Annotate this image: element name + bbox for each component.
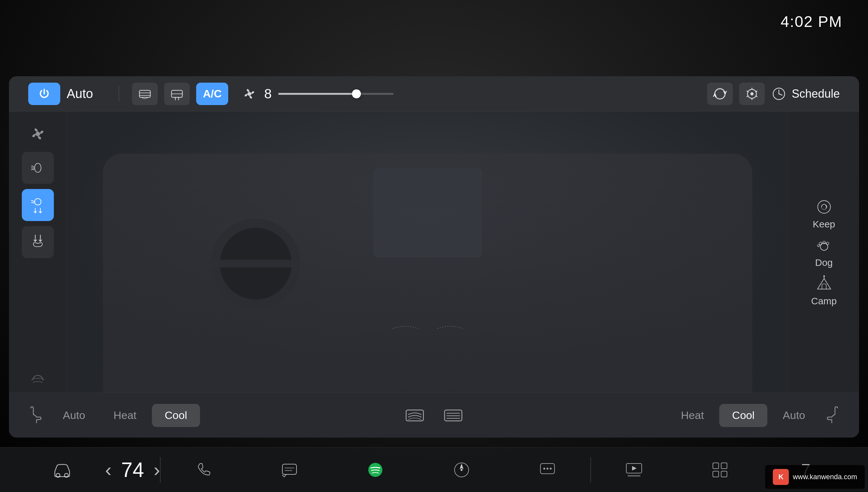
svg-point-41	[546, 468, 548, 470]
svg-point-22	[826, 242, 828, 245]
taskbar-media-button[interactable]	[591, 447, 677, 492]
right-cool-button[interactable]: Cool	[719, 404, 767, 427]
svg-rect-0	[139, 90, 150, 97]
svg-rect-33	[282, 464, 297, 474]
svg-point-25	[823, 275, 825, 277]
svg-rect-45	[713, 463, 719, 469]
temp-decrease-button[interactable]: ‹	[105, 459, 112, 481]
taskbar-sms-button[interactable]	[505, 447, 590, 492]
keep-label: Keep	[813, 219, 835, 230]
media-icon	[625, 461, 643, 479]
fan-speed-slider[interactable]	[278, 93, 394, 95]
temp-increase-button[interactable]: ›	[154, 459, 160, 481]
svg-line-16	[779, 94, 782, 95]
taskbar-car-button[interactable]	[19, 447, 105, 492]
svg-rect-46	[721, 463, 727, 469]
auto-label: Auto	[67, 87, 93, 101]
taskbar-phone-button[interactable]	[161, 447, 247, 492]
svg-rect-48	[721, 471, 727, 477]
right-seat-controls: Heat Cool Auto	[668, 403, 846, 428]
airflow-defrost-icon[interactable]	[27, 364, 49, 386]
svg-point-18	[818, 200, 830, 213]
car-icon	[51, 459, 73, 481]
sms-icon	[539, 461, 557, 479]
fan-slider-thumb	[352, 89, 361, 98]
time-display: 4:02 PM	[780, 13, 842, 30]
separator-1	[119, 86, 119, 102]
left-seat-controls: Auto Heat Cool	[22, 403, 200, 428]
camp-label: Camp	[811, 296, 837, 306]
keep-mode-button[interactable]: Keep	[798, 198, 850, 230]
ac-button[interactable]: A/C	[196, 83, 228, 105]
apps-icon	[711, 461, 729, 479]
svg-point-19	[820, 243, 828, 250]
watermark-site: www.kanwenda.com	[793, 473, 857, 481]
watermark: K www.kanwenda.com	[765, 465, 865, 489]
clock-icon	[771, 86, 787, 101]
svg-point-23	[817, 245, 820, 247]
keep-icon	[813, 198, 835, 216]
steering-wheel	[211, 219, 301, 309]
dog-label: Dog	[815, 257, 833, 268]
navigation-icon	[452, 461, 471, 479]
svg-point-40	[543, 468, 545, 470]
left-airflow-sidebar	[9, 112, 67, 393]
svg-rect-47	[713, 471, 719, 477]
fan-slider-fill	[278, 93, 357, 95]
svg-point-17	[36, 132, 40, 136]
climate-panel: Auto A/C	[9, 76, 859, 438]
taskbar: ‹ 74 ›	[0, 447, 868, 492]
airflow-face-feet-button[interactable]	[22, 189, 54, 221]
car-visualization	[67, 112, 789, 393]
left-auto-button[interactable]: Auto	[50, 404, 98, 427]
svg-point-20	[819, 242, 822, 245]
fan-speed-value: 8	[264, 86, 272, 101]
temperature-control: ‹ 74 ›	[105, 458, 160, 482]
svg-point-38	[461, 469, 463, 471]
right-mode-sidebar: Keep Dog Camp	[789, 112, 859, 393]
svg-rect-44	[628, 475, 640, 476]
svg-point-21	[822, 241, 825, 244]
center-screen	[373, 168, 482, 257]
dog-mode-button[interactable]: Dog	[798, 236, 850, 268]
right-heat-button[interactable]: Heat	[668, 404, 717, 427]
fan-section: 8	[241, 85, 691, 102]
right-auto-button[interactable]: Auto	[770, 404, 818, 427]
vent-top-button[interactable]	[132, 83, 158, 105]
schedule-button[interactable]: Schedule	[771, 86, 840, 101]
messages-icon	[280, 461, 299, 479]
fan-icon	[241, 85, 258, 102]
airflow-feet-button[interactable]	[22, 226, 54, 258]
rear-defrost-button[interactable]	[440, 403, 466, 428]
center-defrost-controls	[200, 403, 668, 428]
right-seat-icon	[821, 403, 846, 428]
bottom-seat-controls: Auto Heat Cool	[9, 393, 859, 438]
phone-icon	[194, 461, 212, 479]
airflow-arrows	[392, 322, 463, 335]
watermark-logo: K	[773, 469, 789, 485]
fan-left-icon	[22, 121, 54, 147]
camp-icon	[813, 274, 835, 293]
svg-point-7	[750, 92, 754, 95]
airflow-face-button[interactable]	[22, 152, 54, 184]
taskbar-messages-button[interactable]	[247, 447, 332, 492]
svg-point-5	[248, 92, 251, 96]
taskbar-spotify-button[interactable]	[332, 447, 418, 492]
taskbar-apps-button[interactable]	[677, 447, 763, 492]
spotify-icon	[366, 461, 384, 479]
left-seat-icon	[22, 403, 47, 428]
temperature-value: 74	[121, 458, 144, 482]
svg-point-42	[550, 468, 552, 470]
top-bar: Auto A/C	[9, 76, 859, 112]
taskbar-navigation-button[interactable]	[419, 447, 505, 492]
bioweapon-defense-button[interactable]	[739, 83, 765, 105]
left-cool-button[interactable]: Cool	[152, 404, 200, 427]
front-defrost-button[interactable]	[402, 403, 428, 428]
camp-mode-button[interactable]: Camp	[798, 274, 850, 306]
recirculate-button[interactable]	[707, 83, 733, 105]
vent-bottom-button[interactable]	[164, 83, 190, 105]
car-interior	[67, 112, 789, 393]
power-button[interactable]	[28, 83, 60, 105]
dog-icon	[813, 236, 835, 255]
left-heat-button[interactable]: Heat	[101, 404, 149, 427]
